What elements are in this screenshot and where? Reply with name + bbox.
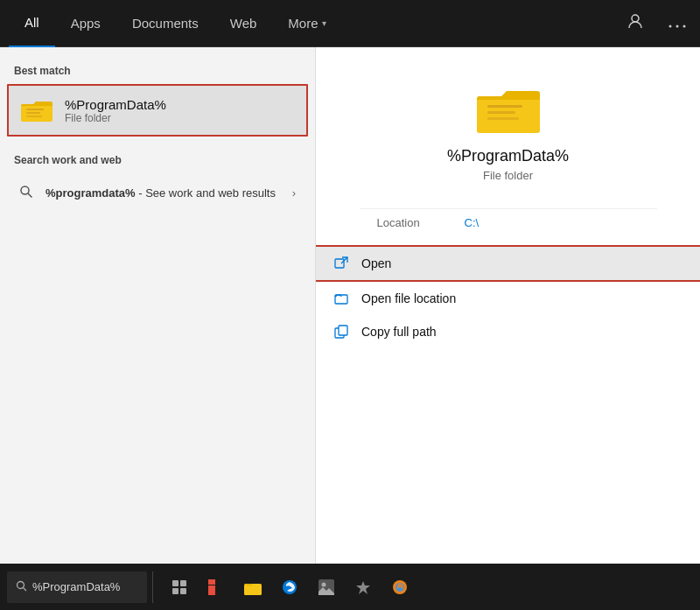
svg-line-20 xyxy=(24,587,27,591)
open-action[interactable]: Open xyxy=(316,245,700,282)
search-web-text: %programdata% - See work and web results xyxy=(46,186,276,200)
taskbar-search-text: %ProgramData% xyxy=(32,580,120,593)
main-area: Best match %ProgramData% File folder Sea… xyxy=(0,47,700,564)
copy-full-path-label: Copy full path xyxy=(361,325,437,339)
search-web-item[interactable]: %programdata% - See work and web results… xyxy=(7,172,308,214)
svg-point-0 xyxy=(632,15,639,22)
copy-icon xyxy=(333,324,349,340)
svg-point-19 xyxy=(18,581,24,588)
svg-point-2 xyxy=(676,25,679,28)
svg-rect-13 xyxy=(487,117,519,120)
svg-rect-6 xyxy=(26,112,40,114)
svg-rect-11 xyxy=(487,105,522,108)
best-match-label: Best match xyxy=(0,60,315,81)
tab-documents[interactable]: Documents xyxy=(116,0,214,47)
file-explorer-icon[interactable] xyxy=(237,571,269,603)
taskbar: %ProgramData% xyxy=(0,564,700,610)
svg-rect-21 xyxy=(172,580,178,586)
actions-container: Open Open file location xyxy=(316,245,700,348)
tab-more-label: More xyxy=(288,16,318,31)
svg-rect-18 xyxy=(339,326,347,335)
nav-right-icons xyxy=(621,7,691,39)
open-label: Open xyxy=(361,256,391,270)
top-navigation: All Apps Documents Web More ▾ xyxy=(0,0,700,47)
svg-line-9 xyxy=(28,193,32,198)
search-web-label: Search work and web xyxy=(0,149,315,170)
taskbar-icons xyxy=(164,571,416,603)
edge-browser-icon[interactable] xyxy=(274,571,305,603)
svg-rect-25 xyxy=(208,585,215,595)
location-row: Location C:\ xyxy=(360,208,657,236)
copy-full-path-action[interactable]: Copy full path xyxy=(316,315,700,348)
person-icon[interactable] xyxy=(621,7,649,39)
taskbar-search[interactable]: %ProgramData% xyxy=(7,571,147,603)
svg-rect-12 xyxy=(487,111,515,114)
firefox-icon[interactable] xyxy=(384,571,416,603)
search-icon xyxy=(19,185,35,200)
svg-point-30 xyxy=(322,582,326,586)
tab-apps-label: Apps xyxy=(71,16,101,31)
svg-rect-22 xyxy=(180,580,186,586)
svg-rect-23 xyxy=(172,588,178,594)
svg-rect-5 xyxy=(26,109,44,110)
right-title: %ProgramData% xyxy=(447,147,569,165)
right-subtitle: File folder xyxy=(483,169,533,182)
svg-rect-26 xyxy=(208,579,215,585)
search-web-rest: - See work and web results xyxy=(136,186,276,200)
best-match-title: %ProgramData% xyxy=(65,97,166,112)
svg-rect-10 xyxy=(477,96,540,133)
svg-rect-24 xyxy=(180,588,186,594)
tab-all[interactable]: All xyxy=(9,0,55,47)
more-options-icon[interactable] xyxy=(663,9,691,38)
svg-rect-7 xyxy=(26,116,42,117)
left-panel: Best match %ProgramData% File folder Sea… xyxy=(0,47,315,564)
folder-open-icon xyxy=(333,291,349,306)
location-label: Location xyxy=(377,216,465,229)
right-panel: %ProgramData% File folder Location C:\ O… xyxy=(315,47,700,564)
svg-point-3 xyxy=(683,25,686,28)
tab-more[interactable]: More ▾ xyxy=(272,0,341,47)
open-file-location-action[interactable]: Open file location xyxy=(316,282,700,315)
search-web-bold: %programdata% xyxy=(46,186,136,200)
tab-web-label: Web xyxy=(230,16,257,31)
tab-all-label: All xyxy=(24,15,39,30)
chevron-right-icon: › xyxy=(292,186,296,200)
open-icon xyxy=(333,256,349,271)
photos-icon[interactable] xyxy=(311,571,342,603)
mail-icon[interactable] xyxy=(347,571,379,603)
chevron-down-icon: ▾ xyxy=(322,18,326,28)
svg-rect-14 xyxy=(335,259,344,268)
open-file-location-label: Open file location xyxy=(361,291,456,305)
right-folder-icon xyxy=(477,82,540,135)
svg-point-8 xyxy=(21,186,29,194)
watermark: weadln.com xyxy=(654,550,696,559)
start-icon[interactable] xyxy=(200,571,232,603)
tab-documents-label: Documents xyxy=(132,16,199,31)
svg-point-1 xyxy=(669,25,672,28)
best-match-subtitle: File folder xyxy=(65,112,166,124)
taskbar-divider xyxy=(152,571,153,603)
location-value[interactable]: C:\ xyxy=(465,216,480,229)
taskbar-search-icon xyxy=(16,580,27,594)
folder-icon xyxy=(21,97,52,123)
tab-apps[interactable]: Apps xyxy=(55,0,116,47)
task-view-icon[interactable] xyxy=(164,571,195,603)
best-match-item[interactable]: %ProgramData% File folder xyxy=(7,84,308,137)
best-match-text: %ProgramData% File folder xyxy=(65,97,166,124)
tab-web[interactable]: Web xyxy=(214,0,273,47)
